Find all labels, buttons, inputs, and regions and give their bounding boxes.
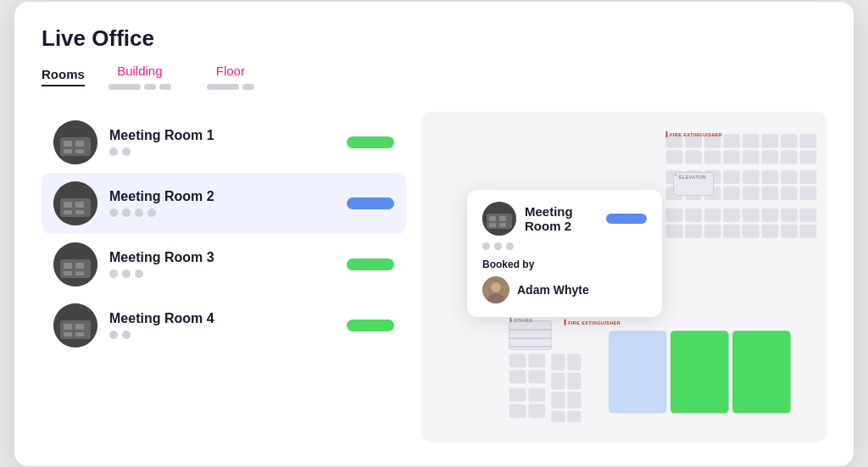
room-info-2: Meeting Room 2 xyxy=(109,189,328,217)
svg-rect-83 xyxy=(565,319,566,325)
room-info-3: Meeting Room 3 xyxy=(109,250,328,278)
svg-rect-70 xyxy=(781,224,798,237)
main-content: Meeting Room 1 Meeting Room 2 xyxy=(42,112,826,442)
room-info-4: Meeting Room 4 xyxy=(109,311,328,339)
svg-rect-79 xyxy=(509,337,552,339)
svg-text:FIRE EXTINGUISHER: FIRE EXTINGUISHER xyxy=(670,132,722,137)
svg-rect-21 xyxy=(75,324,84,330)
room-name-2: Meeting Room 2 xyxy=(109,189,328,204)
tab-rooms[interactable]: Rooms xyxy=(42,67,100,93)
popup-room-header: Meeting Room 2 xyxy=(482,202,647,236)
svg-text:STAIRS: STAIRS xyxy=(514,318,532,323)
right-panel: FIRE EXTINGUISHER ELEVATOR STAIRS FIRE E… xyxy=(421,112,826,442)
svg-rect-62 xyxy=(781,208,798,221)
svg-rect-32 xyxy=(666,150,683,164)
svg-rect-57 xyxy=(685,208,702,221)
room-avatar-1 xyxy=(53,120,97,164)
svg-rect-106 xyxy=(489,216,496,221)
tab-building-dot1 xyxy=(108,84,141,90)
svg-rect-39 xyxy=(799,150,816,164)
svg-rect-87 xyxy=(509,370,526,383)
svg-rect-36 xyxy=(743,150,760,164)
svg-rect-4 xyxy=(64,149,72,153)
app-container: Live Office Rooms Building Floor xyxy=(14,2,854,466)
svg-rect-80 xyxy=(509,346,552,347)
svg-rect-45 xyxy=(761,170,778,183)
room-info-1: Meeting Room 1 xyxy=(109,128,328,156)
svg-rect-44 xyxy=(743,170,760,183)
tab-floor-dot2 xyxy=(242,84,254,90)
svg-rect-52 xyxy=(743,186,760,199)
svg-rect-100 xyxy=(567,410,581,422)
svg-rect-23 xyxy=(75,332,84,336)
popup-room-name: Meeting Room 2 xyxy=(525,204,598,233)
svg-rect-17 xyxy=(75,271,84,275)
room-status-2 xyxy=(347,197,394,209)
room-item-2[interactable]: Meeting Room 2 xyxy=(42,173,406,234)
svg-rect-86 xyxy=(528,353,545,367)
svg-rect-43 xyxy=(723,170,740,183)
svg-rect-60 xyxy=(743,208,760,221)
svg-rect-10 xyxy=(64,210,72,214)
svg-point-111 xyxy=(491,282,501,292)
tab-building-dot2 xyxy=(144,84,156,90)
svg-rect-56 xyxy=(666,208,683,221)
svg-rect-22 xyxy=(64,332,72,336)
svg-rect-27 xyxy=(723,134,740,147)
svg-rect-61 xyxy=(761,208,778,221)
popup-dots xyxy=(482,242,647,250)
tab-floor-dot1 xyxy=(207,84,239,90)
room-avatar-4 xyxy=(53,303,97,347)
room-status-3 xyxy=(347,259,394,270)
user-name: Adam Whyte xyxy=(517,283,589,297)
room-name-3: Meeting Room 3 xyxy=(109,250,328,265)
svg-rect-20 xyxy=(64,324,72,330)
svg-rect-99 xyxy=(567,392,581,409)
tab-building-dot3 xyxy=(159,84,171,90)
svg-rect-66 xyxy=(704,224,721,237)
svg-rect-37 xyxy=(761,150,778,164)
svg-rect-109 xyxy=(499,223,506,227)
svg-rect-81 xyxy=(510,317,512,321)
room-name-1: Meeting Room 1 xyxy=(109,128,328,143)
svg-rect-2 xyxy=(64,141,72,147)
page-title: Live Office xyxy=(42,25,826,52)
svg-rect-47 xyxy=(799,170,816,183)
room-item-1[interactable]: Meeting Room 1 xyxy=(42,112,406,173)
svg-rect-51 xyxy=(723,186,740,199)
svg-rect-65 xyxy=(685,224,702,237)
svg-rect-9 xyxy=(75,202,84,208)
svg-rect-69 xyxy=(761,224,778,237)
svg-rect-55 xyxy=(799,186,816,199)
svg-rect-107 xyxy=(499,216,506,221)
svg-rect-85 xyxy=(509,353,526,367)
svg-rect-35 xyxy=(723,150,740,164)
room-list: Meeting Room 1 Meeting Room 2 xyxy=(42,112,406,356)
svg-text:ELEVATOR: ELEVATOR xyxy=(679,174,706,179)
svg-rect-15 xyxy=(75,263,84,269)
svg-rect-8 xyxy=(64,202,72,208)
svg-rect-93 xyxy=(551,353,565,370)
svg-rect-5 xyxy=(75,149,84,153)
svg-rect-108 xyxy=(489,223,496,227)
tab-floor[interactable]: Floor xyxy=(186,64,270,97)
svg-rect-91 xyxy=(509,403,526,417)
room-item-3[interactable]: Meeting Room 3 xyxy=(42,234,406,295)
svg-rect-34 xyxy=(704,150,721,164)
popup-avatar xyxy=(482,202,516,236)
svg-rect-33 xyxy=(685,150,702,164)
svg-rect-28 xyxy=(743,134,760,147)
svg-rect-59 xyxy=(723,208,740,221)
svg-rect-63 xyxy=(799,208,816,221)
svg-rect-95 xyxy=(551,392,565,409)
svg-rect-97 xyxy=(567,353,581,370)
tab-building[interactable]: Building xyxy=(100,64,186,97)
svg-rect-67 xyxy=(723,224,740,237)
svg-rect-71 xyxy=(799,224,816,237)
svg-rect-68 xyxy=(743,224,760,237)
svg-rect-88 xyxy=(528,370,545,383)
nav-tabs: Rooms Building Floor xyxy=(42,64,826,97)
popup-card: Meeting Room 2 Booked by Adam Whyte xyxy=(467,190,662,317)
svg-rect-30 xyxy=(781,134,798,147)
room-item-4[interactable]: Meeting Room 4 xyxy=(42,295,406,356)
